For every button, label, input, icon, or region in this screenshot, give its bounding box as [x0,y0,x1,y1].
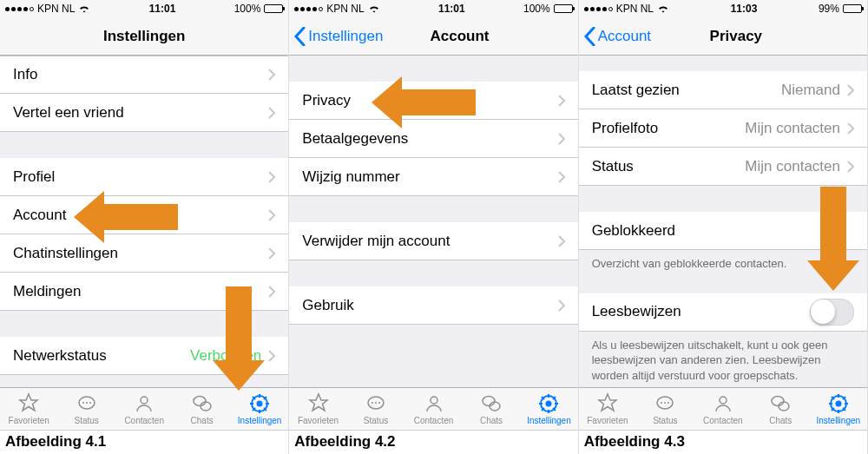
svg-point-1 [82,402,84,404]
battery-icon [264,4,283,13]
svg-point-2 [86,402,88,404]
svg-point-19 [375,402,377,404]
privacy-list[interactable]: Laatst gezienNiemand ProfielfotoMijn con… [579,56,867,387]
network-status-value: Verbonden [190,347,261,365]
row-status[interactable]: StatusMijn contacten [579,148,867,186]
tab-instellingen[interactable]: Instellingen [520,388,577,430]
screen-privacy: KPN NL 11:03 99% Account Privacy Laatst … [579,0,868,454]
chevron-left-icon [584,27,595,46]
row-verwijder-account[interactable]: Verwijder mijn account [289,222,577,260]
row-chatinstellingen[interactable]: Chatinstellingen [0,234,288,273]
svg-point-18 [372,402,373,404]
tab-favorieten[interactable]: Favorieten [0,388,57,430]
battery-icon [554,4,573,13]
svg-point-37 [667,402,669,404]
carrier-label: KPN NL [37,3,75,15]
chevron-right-icon [558,299,565,312]
battery-pct-label: 100% [234,3,261,15]
status-bar: KPN NL 11:01 100% [0,0,288,17]
chevron-right-icon [847,84,854,96]
row-profiel[interactable]: Profiel [0,158,288,196]
chevron-right-icon [268,171,275,183]
tab-instellingen[interactable]: Instellingen [231,388,288,430]
tab-bar: Favorieten Status Contacten Chats Instel… [289,387,577,430]
settings-list[interactable]: Info Vertel een vriend Profiel Account C… [0,56,288,387]
tab-status[interactable]: Status [347,388,404,430]
signal-dots-icon [584,7,613,11]
battery-icon [843,4,862,13]
row-meldingen[interactable]: Meldingen [0,273,288,311]
svg-point-20 [378,402,380,404]
nav-bar: Account Privacy [579,17,867,56]
chevron-right-icon [268,247,275,260]
battery-pct-label: 100% [523,3,550,15]
row-tell-a-friend[interactable]: Vertel een vriend [0,94,288,132]
tab-contacten[interactable]: Contacten [115,388,173,430]
row-geblokkeerd[interactable]: Geblokkeerd [579,212,867,250]
tab-contacten[interactable]: Contacten [694,388,752,430]
row-info[interactable]: Info [0,56,288,94]
read-receipts-toggle[interactable] [810,299,854,326]
nav-bar: Instellingen Account [289,17,577,56]
row-wijzig-nummer[interactable]: Wijzig nummer [289,158,577,196]
readreceipts-footer: Als u leesbewijzen uitschakelt, kunt u o… [579,332,867,387]
row-gebruik[interactable]: Gebruik [289,286,577,325]
carrier-label: KPN NL [326,3,364,15]
status-bar: KPN NL 11:03 99% [579,0,867,17]
svg-point-8 [257,401,263,407]
row-netwerkstatus[interactable]: NetwerkstatusVerbonden [0,337,288,375]
svg-point-42 [835,401,841,407]
row-privacy[interactable]: Privacy [289,82,577,120]
tab-instellingen[interactable]: Instellingen [810,388,867,430]
back-button[interactable]: Instellingen [294,27,383,46]
tab-status[interactable]: Status [57,388,115,430]
chevron-right-icon [847,122,854,135]
svg-point-36 [664,402,666,404]
status-bar: KPN NL 11:01 100% [289,0,577,17]
figure-caption: Afbeelding 4.1 [0,430,288,454]
svg-point-35 [661,402,662,404]
wifi-icon [78,4,90,13]
blocked-footer: Overzicht van geblokkeerde contacten. [579,250,867,278]
tab-chats[interactable]: Chats [173,388,230,430]
wifi-icon [657,4,669,13]
tab-contacten[interactable]: Contacten [404,388,462,430]
row-profielfoto[interactable]: ProfielfotoMijn contacten [579,109,867,148]
row-laatst-gezien[interactable]: Laatst gezienNiemand [579,71,867,109]
chevron-right-icon [268,107,275,119]
chevron-right-icon [558,133,565,145]
figure-caption: Afbeelding 4.2 [289,430,577,454]
tab-status[interactable]: Status [636,388,694,430]
chevron-right-icon [847,161,854,173]
chevron-right-icon [268,209,275,221]
tab-favorieten[interactable]: Favorieten [289,388,346,430]
chevron-right-icon [558,171,565,183]
account-list[interactable]: Privacy Betaalgegevens Wijzig nummer Ver… [289,56,577,387]
svg-point-22 [483,397,495,406]
wifi-icon [368,4,380,13]
battery-pct-label: 99% [819,3,839,15]
screen-account: KPN NL 11:01 100% Instellingen Account P… [289,0,578,454]
svg-point-39 [772,397,784,406]
chevron-left-icon [294,27,306,46]
tab-favorieten[interactable]: Favorieten [579,388,636,430]
svg-point-5 [194,397,206,406]
chevron-right-icon [558,235,565,247]
tab-chats[interactable]: Chats [752,388,809,430]
nav-title: Instellingen [0,28,288,45]
nav-bar: Instellingen [0,17,288,56]
svg-point-4 [141,397,148,404]
clock-label: 11:01 [149,3,176,15]
signal-dots-icon [294,7,323,11]
row-betaalgegevens[interactable]: Betaalgegevens [289,120,577,158]
svg-point-21 [431,397,437,404]
figure-caption: Afbeelding 4.3 [579,430,867,454]
tab-chats[interactable]: Chats [463,388,520,430]
svg-point-3 [89,402,91,404]
row-account[interactable]: Account [0,196,288,234]
row-leesbewijzen: Leesbewijzen [579,293,867,332]
screen-instellingen: KPN NL 11:01 100% Instellingen Info Vert… [0,0,289,454]
back-button[interactable]: Account [584,27,651,46]
svg-point-25 [546,401,552,407]
clock-label: 11:03 [731,3,758,15]
